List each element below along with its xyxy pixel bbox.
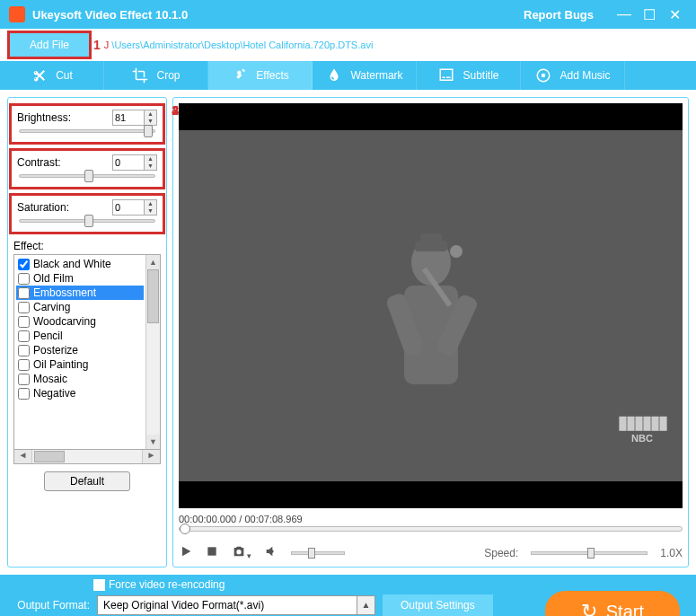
default-button[interactable]: Default bbox=[44, 471, 130, 491]
brightness-label: Brightness: bbox=[17, 111, 71, 124]
scroll-up-icon[interactable]: ▲ bbox=[146, 255, 160, 269]
speed-thumb[interactable] bbox=[587, 548, 595, 559]
force-reencode-row: Force video re-encoding bbox=[93, 578, 685, 591]
effect-item[interactable]: Mosaic bbox=[16, 372, 144, 386]
effect-item[interactable]: Embossment bbox=[16, 286, 144, 300]
tab-subtitle[interactable]: Subtitle bbox=[417, 61, 521, 90]
effect-item[interactable]: Old Film bbox=[16, 271, 144, 286]
effect-item-label: Old Film bbox=[33, 272, 74, 285]
effect-list-label: Effect: bbox=[13, 240, 161, 252]
saturation-group: 4 Saturation: ▲▼ bbox=[9, 193, 165, 234]
brightness-slider-thumb[interactable] bbox=[144, 125, 153, 137]
app-logo-icon bbox=[9, 6, 25, 22]
effect-item[interactable]: Posterize bbox=[16, 343, 144, 357]
minimize-button[interactable]: — bbox=[612, 6, 637, 22]
effect-checkbox[interactable] bbox=[18, 345, 30, 356]
tab-add-music-label: Add Music bbox=[559, 69, 610, 82]
tab-effects[interactable]: Effects bbox=[208, 61, 313, 90]
start-button[interactable]: ↻ Start bbox=[545, 591, 680, 616]
scroll-thumb[interactable] bbox=[147, 269, 159, 323]
effect-list[interactable]: Black and WhiteOld FilmEmbossmentCarving… bbox=[14, 255, 145, 449]
effect-item-label: Posterize bbox=[33, 344, 78, 356]
tab-add-music[interactable]: Add Music bbox=[521, 61, 625, 90]
brightness-up[interactable]: ▲ bbox=[145, 110, 156, 118]
effect-item[interactable]: Negative bbox=[16, 386, 144, 400]
preview-panel: ▮▮▮▮▮▮ NBC 00:00:00.000 / 00:07:08.969 ▾… bbox=[172, 97, 689, 568]
tab-watermark-label: Watermark bbox=[350, 69, 402, 82]
tab-subtitle-label: Subtitle bbox=[463, 69, 498, 82]
output-format-dropdown-icon[interactable]: ▲ bbox=[357, 595, 375, 615]
saturation-slider-thumb[interactable] bbox=[84, 215, 93, 227]
hscroll-thumb[interactable] bbox=[34, 451, 65, 462]
tab-watermark[interactable]: Watermark bbox=[313, 61, 417, 90]
effect-list-container: Black and WhiteOld FilmEmbossmentCarving… bbox=[13, 254, 161, 450]
effect-checkbox[interactable] bbox=[18, 330, 30, 342]
effect-checkbox[interactable] bbox=[18, 316, 30, 328]
saturation-spinbox[interactable]: ▲▼ bbox=[112, 199, 157, 216]
effect-checkbox[interactable] bbox=[18, 259, 30, 270]
effect-checkbox[interactable] bbox=[18, 302, 30, 313]
tab-crop[interactable]: Crop bbox=[104, 61, 208, 90]
refresh-icon: ↻ bbox=[581, 600, 597, 616]
seek-thumb[interactable] bbox=[180, 524, 190, 534]
volume-slider[interactable] bbox=[291, 551, 345, 555]
video-preview: ▮▮▮▮▮▮ NBC bbox=[179, 103, 683, 508]
report-bugs-link[interactable]: Report Bugs bbox=[524, 8, 594, 22]
play-button[interactable] bbox=[179, 544, 193, 561]
effect-vscrollbar[interactable]: ▲ ▼ bbox=[145, 255, 160, 449]
contrast-slider[interactable] bbox=[19, 174, 155, 178]
effect-checkbox[interactable] bbox=[18, 287, 30, 299]
effects-panel: 2 Brightness: ▲▼ 3 Contrast: ▲▼ bbox=[7, 97, 167, 568]
scroll-down-icon[interactable]: ▼ bbox=[146, 435, 160, 449]
force-reencode-checkbox[interactable] bbox=[93, 579, 105, 591]
hscroll-right-icon[interactable]: ► bbox=[142, 450, 160, 463]
contrast-spinbox[interactable]: ▲▼ bbox=[112, 154, 157, 171]
effect-hscrollbar[interactable]: ◄ ► bbox=[13, 450, 161, 464]
bottom-bar: Force video re-encoding Output Format: ▲… bbox=[0, 575, 696, 616]
effect-item[interactable]: Oil Painting bbox=[16, 357, 144, 372]
maximize-button[interactable]: ☐ bbox=[637, 6, 662, 23]
effect-checkbox[interactable] bbox=[18, 388, 30, 400]
brightness-slider[interactable] bbox=[19, 129, 155, 133]
saturation-up[interactable]: ▲ bbox=[145, 200, 156, 207]
svg-rect-4 bbox=[420, 233, 442, 244]
effect-item[interactable]: Black and White bbox=[16, 257, 144, 271]
contrast-input[interactable] bbox=[113, 155, 144, 170]
effect-item[interactable]: Woodcarving bbox=[16, 314, 144, 329]
stop-button[interactable] bbox=[206, 545, 218, 560]
speed-label: Speed: bbox=[484, 547, 518, 559]
effect-checkbox[interactable] bbox=[18, 374, 30, 385]
brightness-down[interactable]: ▼ bbox=[145, 118, 156, 125]
saturation-input[interactable] bbox=[113, 200, 144, 215]
output-format-select[interactable]: ▲ bbox=[97, 595, 375, 615]
effect-item[interactable]: Pencil bbox=[16, 329, 144, 343]
volume-button[interactable] bbox=[264, 544, 278, 561]
main-area: 2 Brightness: ▲▼ 3 Contrast: ▲▼ bbox=[0, 90, 696, 575]
volume-thumb[interactable] bbox=[308, 548, 315, 559]
effect-item[interactable]: Carving bbox=[16, 300, 144, 314]
output-settings-button[interactable]: Output Settings bbox=[383, 594, 493, 616]
close-button[interactable]: ✕ bbox=[662, 6, 687, 23]
start-label: Start bbox=[606, 602, 644, 617]
nbc-text: NBC bbox=[618, 433, 666, 444]
snapshot-button[interactable]: ▾ bbox=[231, 544, 251, 561]
svg-rect-10 bbox=[207, 547, 216, 555]
hscroll-left-icon[interactable]: ◄ bbox=[14, 450, 32, 463]
add-file-button[interactable]: Add File bbox=[10, 33, 89, 57]
output-format-value[interactable] bbox=[97, 595, 357, 615]
brightness-spinbox[interactable]: ▲▼ bbox=[112, 110, 157, 126]
tab-cut[interactable]: Cut bbox=[0, 61, 104, 90]
timecode: 00:00:00.000 / 00:07:08.969 bbox=[179, 514, 683, 524]
brightness-input[interactable] bbox=[113, 110, 144, 125]
speed-slider[interactable] bbox=[531, 551, 648, 555]
effect-checkbox[interactable] bbox=[18, 359, 30, 371]
effect-checkbox[interactable] bbox=[18, 273, 30, 285]
contrast-slider-thumb[interactable] bbox=[84, 170, 93, 182]
seek-slider[interactable] bbox=[179, 526, 683, 532]
effect-item-label: Negative bbox=[33, 387, 75, 400]
tab-crop-label: Crop bbox=[156, 69, 180, 82]
saturation-down[interactable]: ▼ bbox=[145, 207, 156, 215]
saturation-slider[interactable] bbox=[19, 219, 155, 223]
contrast-down[interactable]: ▼ bbox=[145, 163, 156, 170]
contrast-up[interactable]: ▲ bbox=[145, 155, 156, 163]
